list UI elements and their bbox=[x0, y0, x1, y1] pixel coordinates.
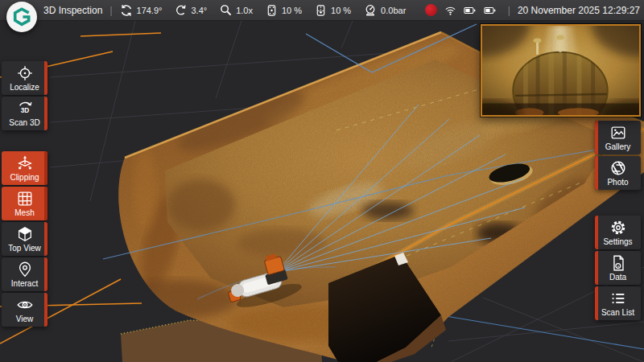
separator: | bbox=[508, 5, 510, 16]
button-label: Photo bbox=[607, 178, 628, 187]
localize-button[interactable]: Localize bbox=[2, 61, 47, 95]
interact-button[interactable]: Interact bbox=[2, 257, 47, 291]
button-label: View bbox=[16, 315, 34, 323]
separator: | bbox=[109, 5, 112, 16]
clipping-plane-icon bbox=[16, 154, 34, 172]
app-title: 3D Inspection bbox=[43, 5, 102, 16]
battery-icon bbox=[482, 5, 497, 16]
datetime: 20 November 2025 12:29:27 bbox=[518, 5, 640, 16]
button-label: Localize bbox=[10, 83, 39, 92]
camera-preview-image bbox=[482, 26, 639, 115]
view-button[interactable]: View bbox=[2, 293, 47, 327]
front-light-icon bbox=[266, 4, 278, 17]
button-label: Data bbox=[609, 273, 626, 282]
rear-light-readout: 10 % bbox=[315, 4, 351, 17]
svg-text:a: a bbox=[617, 264, 619, 268]
pressure-gauge-icon bbox=[364, 4, 377, 17]
photo-button[interactable]: Photo bbox=[595, 156, 641, 190]
button-label: Mesh bbox=[14, 208, 34, 217]
rear-light-icon bbox=[315, 4, 327, 17]
cube-icon bbox=[16, 225, 34, 243]
tilt-readout: 3.4° bbox=[175, 4, 207, 16]
button-label: Scan List bbox=[601, 308, 634, 317]
camera-preview[interactable] bbox=[481, 24, 641, 117]
magnifier-icon bbox=[220, 4, 232, 16]
top-view-button[interactable]: Top View bbox=[2, 222, 47, 256]
front-light-readout: 10 % bbox=[266, 4, 302, 17]
scan-3d-icon: 3D bbox=[16, 100, 34, 117]
eye-icon bbox=[16, 296, 34, 314]
button-label: Settings bbox=[603, 237, 632, 246]
button-label: Interact bbox=[11, 279, 38, 288]
gallery-icon bbox=[609, 124, 627, 142]
clipping-button[interactable]: Clipping bbox=[2, 151, 47, 185]
heading-readout: 174.9° bbox=[120, 4, 163, 17]
aperture-icon bbox=[609, 159, 627, 177]
app-logo bbox=[6, 2, 37, 32]
record-icon bbox=[425, 4, 437, 16]
settings-button[interactable]: Settings bbox=[595, 216, 641, 249]
app-window: 3D Inspection | 174.9° 3.4° 1.0x bbox=[0, 0, 644, 362]
tilt-value: 3.4° bbox=[191, 6, 207, 15]
pressure-value: 0.0bar bbox=[381, 6, 406, 15]
zoom-readout: 1.0x bbox=[220, 4, 253, 16]
mesh-grid-icon bbox=[16, 190, 34, 208]
logo-icon bbox=[11, 6, 32, 27]
heading-value: 174.9° bbox=[137, 6, 163, 15]
scan-list-icon bbox=[609, 290, 627, 307]
sync-rotate-icon bbox=[120, 4, 133, 17]
top-status-bar: 3D Inspection | 174.9° 3.4° 1.0x bbox=[0, 0, 644, 21]
scan-3d-button[interactable]: 3D Scan 3D bbox=[2, 97, 47, 130]
pressure-readout: 0.0bar bbox=[364, 4, 406, 17]
wifi-icon bbox=[444, 4, 457, 16]
button-label: Gallery bbox=[605, 142, 631, 151]
data-button[interactable]: a Data bbox=[595, 251, 641, 285]
scan-list-button[interactable]: Scan List bbox=[595, 286, 641, 320]
pin-icon bbox=[16, 261, 34, 278]
zoom-value: 1.0x bbox=[236, 6, 253, 15]
crosshair-icon bbox=[16, 64, 34, 82]
svg-text:3D: 3D bbox=[20, 107, 29, 114]
rear-light-value: 10 % bbox=[331, 6, 351, 15]
data-file-icon: a bbox=[609, 254, 627, 272]
rotate-icon bbox=[175, 4, 187, 16]
battery-icon bbox=[462, 5, 477, 16]
button-label: Clipping bbox=[10, 173, 39, 182]
button-label: Scan 3D bbox=[9, 118, 39, 127]
front-light-value: 10 % bbox=[282, 6, 302, 15]
gallery-button[interactable]: Gallery bbox=[595, 121, 641, 154]
gear-icon bbox=[609, 219, 627, 237]
mesh-button[interactable]: Mesh bbox=[2, 187, 47, 220]
button-label: Top View bbox=[8, 244, 40, 253]
